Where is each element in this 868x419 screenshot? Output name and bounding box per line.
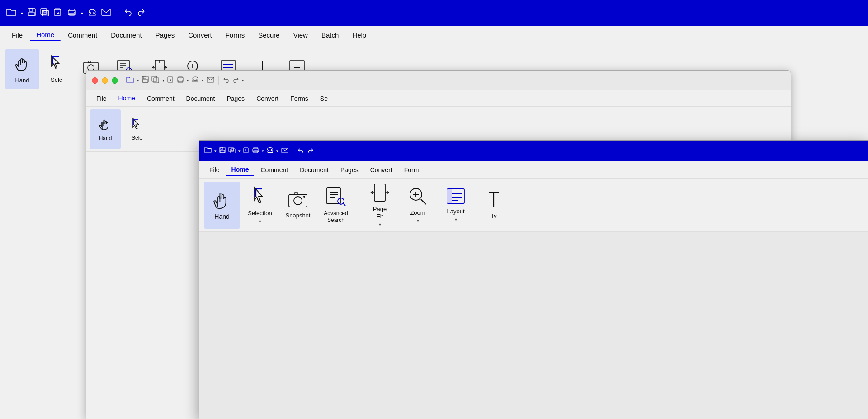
mid-redo-icon[interactable] <box>232 76 239 85</box>
front-ribbon-layout[interactable]: Layout ▾ <box>438 182 474 229</box>
bg-menu-forms[interactable]: Forms <box>219 29 251 41</box>
bg-ribbon-selection[interactable]: Sele <box>40 49 73 89</box>
front-content-area <box>199 232 868 419</box>
front-ribbon-advanced-search[interactable]: AdvancedSearch <box>318 182 354 229</box>
bg-undo-icon[interactable] <box>124 9 132 18</box>
front-menu-file[interactable]: File <box>204 165 225 175</box>
bg-email-icon[interactable] <box>101 9 111 18</box>
bg-menu-help[interactable]: Help <box>346 29 373 41</box>
mid-ribbon-hand[interactable]: Hand <box>90 109 121 149</box>
bg-stamp-icon[interactable] <box>88 8 97 19</box>
svg-rect-1 <box>29 9 33 11</box>
mid-hand-icon <box>99 117 112 133</box>
bg-ribbon-selection-label: Sele <box>51 76 62 83</box>
front-folder-dropdown[interactable]: ▾ <box>214 149 217 153</box>
bg-menu-home[interactable]: Home <box>30 29 61 41</box>
mid-menu-pages[interactable]: Pages <box>221 93 250 104</box>
front-pagefit-icon <box>370 183 390 204</box>
bg-save-icon[interactable] <box>28 8 36 19</box>
bg-redo-icon[interactable] <box>137 9 145 18</box>
front-cursor-icon <box>252 186 268 208</box>
bg-folder-dropdown-icon[interactable]: ▾ <box>21 11 23 16</box>
front-menu-comment[interactable]: Comment <box>255 165 293 175</box>
bg-menu-document[interactable]: Document <box>104 29 148 41</box>
front-menu-convert[interactable]: Convert <box>365 165 398 175</box>
bg-menu-convert[interactable]: Convert <box>182 29 218 41</box>
bg-menu-pages[interactable]: Pages <box>149 29 181 41</box>
mid-folder-dropdown[interactable]: ▾ <box>137 78 139 83</box>
bg-print-icon[interactable] <box>67 8 76 19</box>
mid-undo-icon[interactable] <box>223 76 230 85</box>
mid-save-icon[interactable] <box>142 76 149 85</box>
bg-menu-file[interactable]: File <box>5 29 29 41</box>
svg-rect-43 <box>294 193 298 195</box>
mid-stamp-dropdown[interactable]: ▾ <box>202 78 204 83</box>
mid-menu-comment[interactable]: Comment <box>142 93 180 104</box>
front-savecopy-dropdown[interactable]: ▾ <box>238 149 241 153</box>
front-stamp-icon[interactable] <box>267 147 274 155</box>
front-menu-pages[interactable]: Pages <box>335 165 364 175</box>
bg-toolbar-separator <box>118 7 118 19</box>
svg-rect-33 <box>220 150 225 153</box>
bg-menu-batch[interactable]: Batch <box>315 29 345 41</box>
bg-ribbon-hand[interactable]: Hand <box>5 49 39 89</box>
mid-menu-se[interactable]: Se <box>315 93 333 104</box>
bg-saveas-icon[interactable] <box>54 8 63 19</box>
mid-stamp-icon[interactable] <box>192 76 199 85</box>
front-email-icon[interactable] <box>281 147 288 155</box>
front-ribbon-selection[interactable]: Selection ▾ <box>242 182 278 229</box>
mid-ribbon-selection[interactable]: Sele <box>122 109 152 149</box>
front-print-dropdown[interactable]: ▾ <box>262 149 264 153</box>
svg-rect-22 <box>143 76 146 79</box>
front-print-icon[interactable] <box>252 147 259 155</box>
maximize-button[interactable] <box>112 77 118 84</box>
front-stamp-dropdown[interactable]: ▾ <box>276 149 278 153</box>
bg-menu-view[interactable]: View <box>287 29 314 41</box>
mid-email-icon[interactable] <box>207 76 214 85</box>
front-ribbon-layout-arrow: ▾ <box>455 217 457 222</box>
mid-saveas-icon[interactable] <box>167 76 174 85</box>
front-ribbon-hand[interactable]: Hand <box>204 182 240 229</box>
mid-savecopy-icon[interactable] <box>151 76 160 85</box>
bg-folder-icon[interactable] <box>6 8 16 19</box>
mid-menu-convert[interactable]: Convert <box>251 93 284 104</box>
mid-print-icon[interactable] <box>177 76 184 85</box>
front-ribbon-page-fit[interactable]: PageFit ▾ <box>362 182 398 229</box>
mid-folder-icon[interactable] <box>126 76 134 85</box>
front-hand-icon <box>213 189 231 211</box>
front-menu-form[interactable]: Form <box>399 165 425 175</box>
mid-print-dropdown[interactable]: ▾ <box>187 78 189 83</box>
front-ribbon-type[interactable]: Ty <box>476 182 512 229</box>
bg-menu-secure[interactable]: Secure <box>252 29 286 41</box>
bg-save-copy-icon[interactable] <box>40 8 49 19</box>
bg-print-dropdown-icon[interactable]: ▾ <box>81 11 83 16</box>
front-menu-home[interactable]: Home <box>226 164 255 176</box>
front-ribbon-snapshot[interactable]: Snapshot <box>280 182 316 229</box>
mid-more-dropdown[interactable]: ▾ <box>242 78 244 83</box>
close-button[interactable] <box>92 77 98 84</box>
svg-rect-34 <box>229 147 233 152</box>
svg-point-42 <box>294 197 302 205</box>
front-menu-document[interactable]: Document <box>294 165 334 175</box>
front-ribbon-zoom-arrow: ▾ <box>417 218 419 223</box>
mid-menu-document[interactable]: Document <box>181 93 221 104</box>
mid-menu-forms[interactable]: Forms <box>285 93 314 104</box>
front-redo-icon[interactable] <box>307 147 313 155</box>
svg-point-44 <box>303 196 305 198</box>
minimize-button[interactable] <box>102 77 108 84</box>
front-ribbon-zoom[interactable]: Zoom ▾ <box>400 182 436 229</box>
front-saveas-icon[interactable] <box>243 147 250 155</box>
mid-menu-home[interactable]: Home <box>113 93 141 104</box>
front-layout-icon <box>446 188 465 206</box>
front-savecopy-icon[interactable] <box>228 147 236 155</box>
front-folder-icon[interactable] <box>204 147 212 155</box>
mid-cursor-icon <box>132 118 142 133</box>
mid-savecopy-dropdown[interactable]: ▾ <box>162 78 165 83</box>
mid-menu-file[interactable]: File <box>91 93 112 104</box>
svg-rect-23 <box>143 80 148 82</box>
svg-rect-24 <box>152 76 157 81</box>
front-save-icon[interactable] <box>219 147 226 155</box>
bg-menu-comment[interactable]: Comment <box>61 29 104 41</box>
svg-rect-47 <box>374 184 385 201</box>
front-undo-icon[interactable] <box>298 147 304 155</box>
